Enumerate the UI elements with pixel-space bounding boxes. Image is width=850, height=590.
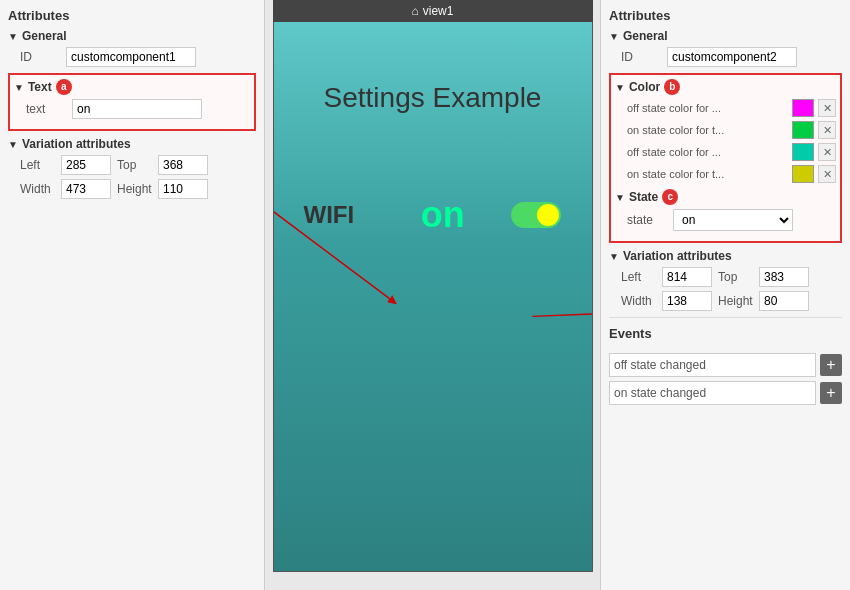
right-general-header[interactable]: ▼ General <box>609 29 842 43</box>
left-var-height-label: Height <box>117 182 152 196</box>
right-color-highlight: ▼ Color b off state color for ... ✕ on s… <box>609 73 842 243</box>
left-general-arrow: ▼ <box>8 31 18 42</box>
right-general-arrow: ▼ <box>609 31 619 42</box>
right-var-top-input[interactable] <box>759 267 809 287</box>
right-state-select[interactable]: on off <box>673 209 793 231</box>
left-panel-title: Attributes <box>8 8 256 23</box>
color-x-1[interactable]: ✕ <box>818 121 836 139</box>
events-divider <box>609 317 842 318</box>
right-variation-arrow: ▼ <box>609 251 619 262</box>
color-swatch-2[interactable] <box>792 143 814 161</box>
left-var-height-input[interactable] <box>158 179 208 199</box>
right-general-content: ID <box>609 47 842 67</box>
right-var-row1: Left Top <box>621 267 842 287</box>
right-var-left-label: Left <box>621 270 656 284</box>
left-id-label: ID <box>20 50 60 64</box>
left-id-input[interactable] <box>66 47 196 67</box>
right-state-arrow: ▼ <box>615 192 625 203</box>
color-label-2: off state color for ... <box>627 146 788 158</box>
right-color-content: off state color for ... ✕ on state color… <box>615 99 836 183</box>
color-label-1: on state color for t... <box>627 124 788 136</box>
left-text-highlight: ▼ Text a text <box>8 73 256 131</box>
left-general-content: ID <box>8 47 256 67</box>
color-x-3[interactable]: ✕ <box>818 165 836 183</box>
color-label-0: off state color for ... <box>627 102 788 114</box>
device-view-name: view1 <box>423 4 454 18</box>
right-var-width-input[interactable] <box>662 291 712 311</box>
events-section: Events + + <box>609 326 842 405</box>
left-text-content: text <box>14 99 250 119</box>
color-swatch-0[interactable] <box>792 99 814 117</box>
left-text-arrow: ▼ <box>14 82 24 93</box>
left-variation-label: Variation attributes <box>22 137 131 151</box>
left-var-width-input[interactable] <box>61 179 111 199</box>
left-text-field-row: text <box>26 99 250 119</box>
right-color-label: Color <box>629 80 660 94</box>
right-id-label: ID <box>621 50 661 64</box>
color-row-1: on state color for t... ✕ <box>627 121 836 139</box>
event-add-0[interactable]: + <box>820 354 842 376</box>
left-variation-arrow: ▼ <box>8 139 18 150</box>
left-text-label: Text <box>28 80 52 94</box>
toggle-knob <box>537 204 559 226</box>
right-state-row: state on off <box>627 209 836 231</box>
right-variation-content: Left Top Width Height <box>609 267 842 311</box>
right-color-badge: b <box>664 79 680 95</box>
device-screen: Settings Example WIFI on <box>273 22 593 572</box>
right-general-label: General <box>623 29 668 43</box>
right-var-height-label: Height <box>718 294 753 308</box>
color-row-2: off state color for ... ✕ <box>627 143 836 161</box>
event-add-1[interactable]: + <box>820 382 842 404</box>
right-var-top-label: Top <box>718 270 753 284</box>
toggle-switch[interactable] <box>511 202 561 228</box>
right-state-content: state on off <box>615 209 836 231</box>
left-var-top-label: Top <box>117 158 152 172</box>
right-color-header[interactable]: ▼ Color b <box>615 79 836 95</box>
right-state-badge: c <box>662 189 678 205</box>
left-variation-content: Left Top Width Height <box>8 155 256 199</box>
right-id-row: ID <box>621 47 842 67</box>
color-label-3: on state color for t... <box>627 168 788 180</box>
wifi-label: WIFI <box>304 201 355 229</box>
right-state-label: State <box>629 190 658 204</box>
on-text: on <box>421 194 465 236</box>
left-variation-header[interactable]: ▼ Variation attributes <box>8 137 256 151</box>
center-panel: ⌂ view1 Settings Example WIFI on <box>265 0 600 590</box>
left-var-row1: Left Top <box>20 155 256 175</box>
left-text-field-label: text <box>26 102 66 116</box>
left-text-header[interactable]: ▼ Text a <box>14 79 250 95</box>
right-var-row2: Width Height <box>621 291 842 311</box>
left-attributes-panel: Attributes ▼ General ID ▼ Text a text ▼ … <box>0 0 265 590</box>
svg-line-1 <box>532 311 592 316</box>
right-id-input[interactable] <box>667 47 797 67</box>
screen-title: Settings Example <box>274 82 592 114</box>
left-var-left-input[interactable] <box>61 155 111 175</box>
left-general-label: General <box>22 29 67 43</box>
right-state-field-label: state <box>627 213 667 227</box>
right-variation-label: Variation attributes <box>623 249 732 263</box>
color-swatch-3[interactable] <box>792 165 814 183</box>
right-var-height-input[interactable] <box>759 291 809 311</box>
right-var-left-input[interactable] <box>662 267 712 287</box>
events-title: Events <box>609 326 842 341</box>
event-input-0[interactable] <box>609 353 816 377</box>
color-row-0: off state color for ... ✕ <box>627 99 836 117</box>
left-text-badge: a <box>56 79 72 95</box>
left-text-field-input[interactable] <box>72 99 202 119</box>
right-variation-header[interactable]: ▼ Variation attributes <box>609 249 842 263</box>
color-swatch-1[interactable] <box>792 121 814 139</box>
right-state-header[interactable]: ▼ State c <box>615 189 836 205</box>
device-header: ⌂ view1 <box>273 0 593 22</box>
wifi-row: WIFI on <box>274 194 592 236</box>
left-var-row2: Width Height <box>20 179 256 199</box>
event-row-0: + <box>609 353 842 377</box>
right-attributes-panel: Attributes ▼ General ID ▼ Color b off st… <box>600 0 850 590</box>
home-icon: ⌂ <box>412 4 419 18</box>
color-row-3: on state color for t... ✕ <box>627 165 836 183</box>
color-x-2[interactable]: ✕ <box>818 143 836 161</box>
right-panel-title: Attributes <box>609 8 842 23</box>
event-input-1[interactable] <box>609 381 816 405</box>
left-var-top-input[interactable] <box>158 155 208 175</box>
color-x-0[interactable]: ✕ <box>818 99 836 117</box>
left-general-header[interactable]: ▼ General <box>8 29 256 43</box>
